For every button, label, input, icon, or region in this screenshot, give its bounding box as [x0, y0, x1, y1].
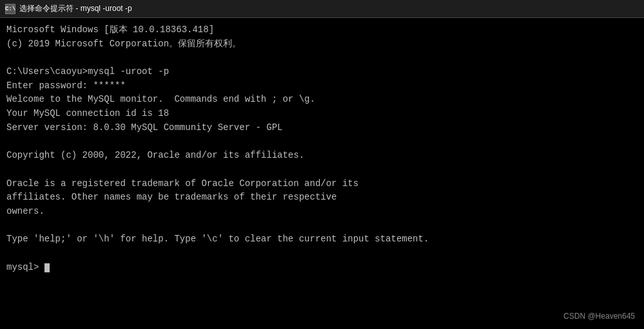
title-bar-text: 选择命令提示符 - mysql -uroot -p	[19, 3, 132, 14]
window-icon: C:\	[5, 4, 15, 14]
terminal-prompt-line: mysql>	[6, 261, 638, 275]
terminal-line	[6, 51, 638, 65]
terminal-line: Your MySQL connection id is 18	[6, 107, 638, 121]
terminal-line	[6, 219, 638, 233]
terminal-line: C:\Users\caoyu>mysql -uroot -p	[6, 65, 638, 79]
terminal-line: Oracle is a registered trademark of Orac…	[6, 177, 638, 191]
terminal-line: Microsoft Windows [版本 10.0.18363.418]	[6, 23, 638, 37]
title-bar: C:\ 选择命令提示符 - mysql -uroot -p	[0, 0, 644, 18]
terminal-line: Server version: 8.0.30 MySQL Community S…	[6, 121, 638, 135]
terminal-line	[6, 247, 638, 261]
terminal-line: Enter password: ******	[6, 79, 638, 93]
terminal-line: owners.	[6, 205, 638, 219]
watermark: CSDN @Heaven645	[563, 310, 635, 323]
terminal-window[interactable]: Microsoft Windows [版本 10.0.18363.418](c)…	[0, 18, 644, 329]
terminal-line: affiliates. Other names may be trademark…	[6, 191, 638, 205]
terminal-line	[6, 135, 638, 149]
terminal-content: Microsoft Windows [版本 10.0.18363.418](c)…	[6, 23, 638, 274]
terminal-cursor	[44, 263, 50, 272]
terminal-line: Type 'help;' or '\h' for help. Type '\c'…	[6, 232, 638, 247]
terminal-line: (c) 2019 Microsoft Corporation。保留所有权利。	[6, 37, 638, 52]
terminal-line	[6, 163, 638, 177]
terminal-line: Copyright (c) 2000, 2022, Oracle and/or …	[6, 149, 638, 163]
terminal-line: Welcome to the MySQL monitor. Commands e…	[6, 93, 638, 107]
